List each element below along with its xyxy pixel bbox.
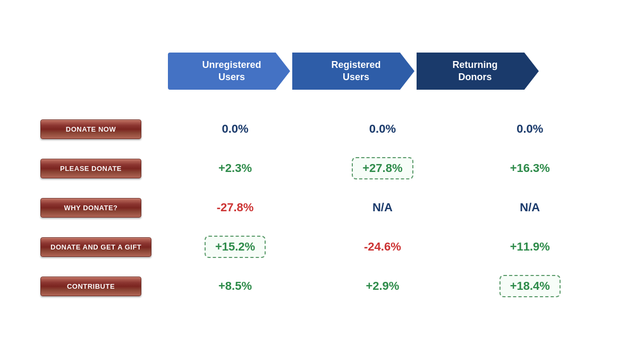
header-col2-text: Registered Users [331,59,380,84]
value-text: N/A [520,201,540,214]
row-label-cell: DONATE NOW [40,113,162,145]
value-cell-col2: +27.8% [309,152,456,184]
button-donate-now: DONATE NOW [40,119,141,139]
button-contribute: CONTRIBUTE [40,277,141,296]
value-text: +2.3% [218,161,252,175]
value-text: +8.5% [218,279,252,292]
button-donate-and-get-a-gift: DONATE AND GET A GIFT [40,237,151,257]
value-text: N/A [372,201,393,214]
arrow-registered: Registered Users [292,53,414,90]
value-text: 0.0% [369,122,396,135]
value-cell-col3: +11.9% [456,231,604,263]
table-row: CONTRIBUTE+8.5%+2.9%+18.4% [40,270,604,302]
table-row: DONATE NOW0.0%0.0%0.0% [40,113,604,145]
value-text: 0.0% [516,122,543,135]
row-label-cell: DONATE AND GET A GIFT [40,231,162,263]
row-label-cell: CONTRIBUTE [40,270,162,302]
row-label-cell: WHY DONATE? [40,192,162,223]
button-please-donate: PLEASE DONATE [40,159,141,178]
value-cell-col3: N/A [456,192,604,223]
value-cell-col1: -27.8% [162,192,309,223]
value-cell-col2: N/A [309,192,456,223]
arrow-returning: Returning Donors [417,53,539,90]
value-cell-col1: +2.3% [162,152,309,184]
value-text: +11.9% [510,240,550,253]
value-cell-col2: 0.0% [309,113,456,145]
arrow-unregistered: Unregistered Users [168,53,290,90]
value-text: -27.8% [217,201,254,214]
button-why-donate?: WHY DONATE? [40,198,141,218]
value-cell-col3: 0.0% [456,113,604,145]
highlighted-value: +15.2% [205,236,266,258]
value-cell-col2: +2.9% [309,270,456,302]
value-text: +2.9% [366,279,399,292]
value-text: -24.6% [364,240,401,253]
value-cell-col2: -24.6% [309,231,456,263]
value-text: +16.3% [510,161,550,175]
row-label-cell: PLEASE DONATE [40,152,162,184]
value-text: 0.0% [222,122,248,135]
value-cell-col1: +15.2% [162,231,309,263]
header-col3-text: Returning Donors [453,59,498,84]
header-col1-text: Unregistered Users [202,59,261,84]
highlighted-value: +18.4% [499,275,561,297]
value-cell-col1: +8.5% [162,270,309,302]
value-cell-col3: +16.3% [456,152,604,184]
header-arrows: Unregistered Users Registered Users Retu… [168,53,604,90]
main-container: Unregistered Users Registered Users Retu… [30,42,614,321]
table-row: WHY DONATE?-27.8%N/AN/A [40,192,604,223]
highlighted-value: +27.8% [352,157,413,179]
table-row: DONATE AND GET A GIFT+15.2%-24.6%+11.9% [40,231,604,263]
data-table: DONATE NOW0.0%0.0%0.0%PLEASE DONATE+2.3%… [40,106,604,309]
value-cell-col3: +18.4% [456,270,604,302]
table-row: PLEASE DONATE+2.3%+27.8%+16.3% [40,152,604,184]
value-cell-col1: 0.0% [162,113,309,145]
